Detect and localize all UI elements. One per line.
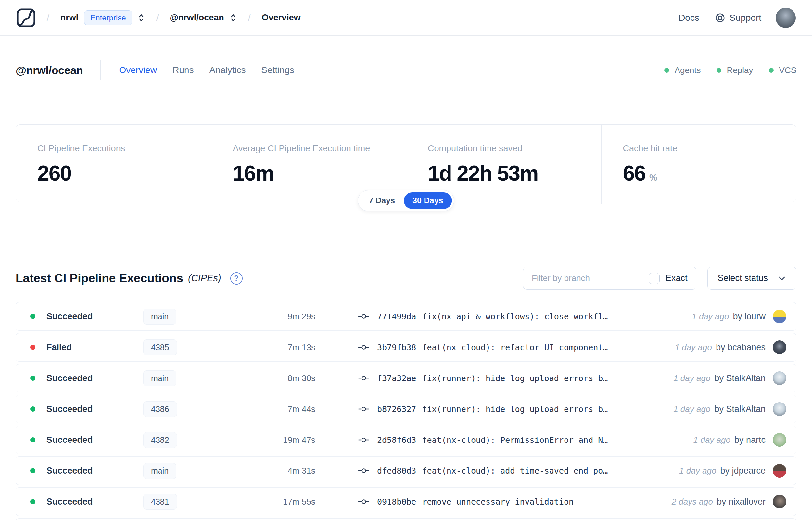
branch-badge[interactable]: main [143,463,177,479]
commit-hash: 0918b0be [377,497,416,507]
author-label: by nixallover [717,497,766,507]
git-commit-icon [358,313,369,320]
commit-hash: f37a32ae [377,374,416,383]
workspace-switcher-icon[interactable] [229,13,237,23]
exact-match-toggle[interactable]: Exact [640,267,696,289]
commit-cell[interactable]: 3b79fb38feat(nx-cloud): refactor UI comp… [358,343,608,352]
tab-runs[interactable]: Runs [172,65,194,75]
status-label: Succeeded [46,404,93,414]
cipe-filters: Exact Select status [523,267,796,290]
breadcrumb-workspace[interactable]: @nrwl/ocean [170,13,224,23]
support-link[interactable]: Support [715,13,761,23]
cipe-table: Succeeded main 9m 29s 771499dafix(nx-api… [16,302,796,522]
feature-replay[interactable]: Replay [717,65,753,75]
branch-cell: 4386 [143,401,225,417]
commit-text: f37a32aefix(runner): hide log upload err… [377,374,608,383]
branch-badge[interactable]: 4382 [143,432,177,448]
author-avatar [773,341,786,354]
branch-filter-input[interactable] [523,267,640,289]
branch-badge[interactable]: 4381 [143,494,177,510]
commit-text: b8726327fix(runner): hide log upload err… [377,404,608,414]
table-row[interactable]: Succeeded main 8m 30s f37a32aefix(runner… [16,364,796,392]
commit-message: fix(runner): hide log upload errors b… [422,404,608,414]
org-switcher-icon[interactable] [137,13,145,23]
branch-badge[interactable]: main [143,370,177,386]
tab-analytics[interactable]: Analytics [210,65,246,75]
meta-cell: 1 day ago by StalkAltan [673,402,796,416]
time-ago-label: 1 day ago [675,342,712,352]
cipe-section-subtitle: (CIPEs) [188,273,221,284]
branch-cell: main [143,309,225,325]
date-range-toggle: 7 Days 30 Days [357,190,454,211]
cipe-section-header: Latest CI Pipeline Executions (CIPEs) ? … [16,267,796,290]
commit-cell[interactable]: dfed80d3feat(nx-cloud): add time-saved e… [358,466,608,476]
lifebuoy-icon [715,13,725,23]
table-row[interactable]: Failed 4385 7m 13s 3b79fb38feat(nx-cloud… [16,333,796,362]
table-row[interactable]: Succeeded 4381 17m 55s 0918b0beremove un… [16,487,796,516]
time-ago-label: 1 day ago [693,435,731,445]
breadcrumb-org[interactable]: nrwl [60,13,79,23]
meta-cell: 1 day ago by lourw [692,310,796,323]
status-cell: Succeeded [16,466,143,476]
workspace-header: @nrwl/ocean Overview Runs Analytics Sett… [16,60,796,80]
time-ago-label: 1 day ago [679,466,716,476]
table-row[interactable]: Succeeded 4382 19m 47s 2d58f6d3feat(nx-c… [16,425,796,454]
branch-badge[interactable]: 4385 [143,340,177,356]
commit-cell[interactable]: 771499dafix(nx-api & workflows): close w… [358,312,608,321]
status-label: Succeeded [46,373,93,384]
stat-value: 16m [233,161,385,185]
commit-cell[interactable]: 0918b0beremove unnecessary invalidation [358,497,573,507]
status-dot-green [769,68,774,73]
status-label: Succeeded [46,435,93,445]
status-label: Succeeded [46,497,93,507]
commit-hash: 2d58f6d3 [377,435,416,445]
range-option-7-days[interactable]: 7 Days [360,192,404,209]
feature-agents[interactable]: Agents [664,65,701,75]
feature-badges: Agents Replay VCS [644,61,796,79]
time-ago-label: 1 day ago [673,404,710,414]
commit-cell[interactable]: 2d58f6d3feat(nx-cloud): PermissionError … [358,435,608,445]
enterprise-badge[interactable]: Enterprise [84,10,132,25]
nx-cloud-logo[interactable] [16,8,36,28]
author-avatar [773,495,786,508]
feature-replay-label: Replay [727,65,753,75]
nx-logo-icon [16,8,36,28]
branch-badge[interactable]: main [143,309,177,325]
meta-cell: 1 day ago by StalkAltan [673,371,796,385]
tab-settings[interactable]: Settings [261,65,294,75]
stat-value: 1d 22h 53m [428,161,580,185]
git-commit-icon [358,405,369,413]
commit-hash: b8726327 [377,404,416,414]
author-label: by lourw [733,312,766,321]
help-icon[interactable]: ? [230,272,243,285]
stat-value: 260 [37,161,190,185]
duration-label: 4m 31s [225,466,316,476]
range-option-30-days[interactable]: 30 Days [404,192,452,209]
docs-link[interactable]: Docs [678,13,699,23]
stat-value: 66% [623,161,775,185]
status-dot [30,468,35,473]
navbar-right: Docs Support [678,8,796,28]
branch-badge[interactable]: 4386 [143,401,177,417]
branch-cell: main [143,463,225,479]
table-row[interactable]: Succeeded main 4m 31s dfed80d3feat(nx-cl… [16,456,796,485]
status-select-dropdown[interactable]: Select status [707,267,796,290]
duration-label: 7m 13s [225,342,316,352]
tab-overview[interactable]: Overview [119,65,157,75]
commit-text: dfed80d3feat(nx-cloud): add time-saved e… [377,466,608,476]
table-row[interactable]: Succeeded 4386 7m 44s b8726327fix(runner… [16,395,796,423]
commit-hash: 3b79fb38 [377,343,416,352]
commit-cell[interactable]: f37a32aefix(runner): hide log upload err… [358,374,608,383]
commit-cell[interactable]: b8726327fix(runner): hide log upload err… [358,404,608,414]
user-avatar[interactable] [776,8,796,28]
table-row[interactable]: Succeeded main 9m 29s 771499dafix(nx-api… [16,302,796,331]
author-avatar [773,402,786,416]
commit-message: remove unnecessary invalidation [422,497,573,507]
exact-checkbox[interactable] [649,273,660,284]
status-cell: Succeeded [16,312,143,321]
duration-label: 9m 29s [225,312,316,321]
status-dot [30,314,35,319]
author-avatar [773,464,786,478]
feature-vcs[interactable]: VCS [769,65,796,75]
breadcrumb-page[interactable]: Overview [262,13,301,23]
